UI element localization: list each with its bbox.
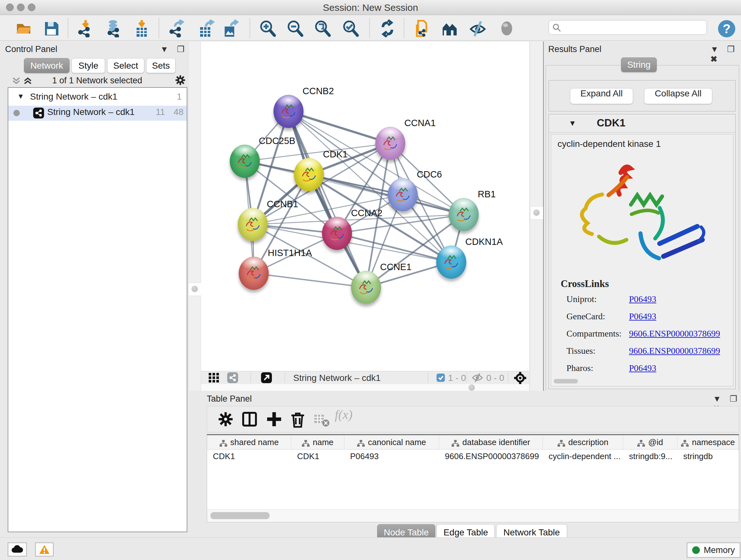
- crosslink-link[interactable]: 9606.ENSP00000378699: [629, 328, 720, 339]
- network-options-gear-icon[interactable]: [175, 75, 186, 85]
- results-hscrollbar[interactable]: [554, 379, 578, 383]
- node-table[interactable]: shared namenamecanonical namedatabase id…: [207, 434, 739, 522]
- table-cell[interactable]: 9606.ENSP00000378699: [439, 449, 543, 463]
- node-CDKN1A[interactable]: [436, 246, 466, 279]
- scrollbar-thumb[interactable]: [210, 512, 270, 519]
- add-column-icon[interactable]: [265, 410, 283, 428]
- tab-sets[interactable]: Sets: [146, 58, 176, 73]
- import-network-icon[interactable]: [77, 19, 94, 37]
- column-header-database-identifier[interactable]: database identifier: [439, 435, 543, 449]
- hide-selected-icon[interactable]: [469, 19, 487, 37]
- selected-checkbox-icon[interactable]: [436, 374, 445, 382]
- table-cell[interactable]: stringdb:9...: [623, 449, 677, 463]
- column-header-namespace[interactable]: namespace: [677, 435, 739, 449]
- edge-HIST1H1A-CCNE1[interactable]: [254, 273, 366, 287]
- export-network-icon[interactable]: [169, 19, 186, 37]
- float-panel-icon[interactable]: ❐: [177, 44, 184, 54]
- network-share-view-icon[interactable]: [227, 372, 238, 383]
- column-header--id[interactable]: @id: [623, 435, 677, 449]
- crosslink-link[interactable]: P06493: [629, 363, 657, 373]
- table-settings-gear-icon[interactable]: [217, 410, 234, 428]
- zoom-in-icon[interactable]: [259, 19, 276, 37]
- show-columns-icon[interactable]: [241, 410, 259, 428]
- collection-expand-icon[interactable]: ▼: [17, 92, 24, 101]
- open-session-icon[interactable]: [14, 19, 32, 37]
- delete-column-icon[interactable]: [289, 410, 307, 428]
- network-row-selected[interactable]: String Network – cdk1 11 48: [8, 106, 187, 121]
- divider-handle[interactable]: [530, 206, 543, 220]
- node-RB1[interactable]: [449, 198, 479, 231]
- edge-CCNB2-CCNA1[interactable]: [288, 111, 390, 143]
- search-input[interactable]: [549, 20, 707, 35]
- crosslink-link[interactable]: 9606.ENSP00000378699: [629, 346, 720, 356]
- node-CDC6[interactable]: [388, 178, 418, 211]
- table-cell[interactable]: CDK1: [291, 449, 344, 463]
- show-all-icon[interactable]: [498, 19, 516, 37]
- grid-view-icon[interactable]: [209, 373, 223, 382]
- zoom-out-icon[interactable]: [286, 19, 304, 37]
- title-bar: Session: New Session: [0, 0, 741, 15]
- save-session-icon[interactable]: [43, 19, 60, 37]
- node-HIST1H1A[interactable]: [239, 257, 269, 290]
- tab-network[interactable]: Network: [24, 58, 70, 73]
- zoom-selected-icon[interactable]: [341, 19, 359, 37]
- table-cell[interactable]: CDK1: [207, 449, 291, 463]
- warning-status-button[interactable]: [35, 543, 54, 557]
- table-cell[interactable]: P06493: [344, 449, 439, 463]
- node-CCNE1[interactable]: [351, 271, 381, 304]
- table-hscrollbar[interactable]: [207, 509, 739, 522]
- network-collection-row[interactable]: ▼ String Network – cdk1 1: [8, 90, 187, 105]
- node-CCNA2[interactable]: [322, 217, 352, 250]
- float-panel-icon[interactable]: ❐: [730, 394, 737, 404]
- detach-view-icon[interactable]: [261, 372, 272, 383]
- table-cell[interactable]: cyclin-dependent ...: [543, 449, 623, 463]
- left-panel-divider[interactable]: [188, 42, 201, 391]
- tab-select[interactable]: Select: [107, 58, 144, 73]
- crosslink-link[interactable]: P06493: [629, 311, 657, 321]
- tab-string[interactable]: String: [621, 57, 657, 72]
- network-canvas[interactable]: CCNB2CCNA1CDC25BCDK1CDC6RB1CCNB1CCNA2CDK…: [201, 42, 529, 371]
- first-neighbors-icon[interactable]: [441, 19, 459, 37]
- close-panel-icon[interactable]: ✖: [711, 54, 718, 64]
- divider-handle[interactable]: [468, 384, 475, 391]
- expand-all-button[interactable]: Expand All: [570, 88, 633, 104]
- edge-layer: [201, 42, 529, 371]
- zoom-fit-icon[interactable]: [313, 19, 331, 37]
- help-button[interactable]: ?: [718, 20, 735, 37]
- divider-handle[interactable]: [188, 283, 202, 296]
- node-CCNB1[interactable]: [238, 208, 268, 241]
- column-header-name[interactable]: name: [291, 435, 344, 449]
- refresh-icon[interactable]: [379, 19, 396, 37]
- cloud-status-button[interactable]: [8, 543, 27, 557]
- node-CCNA1[interactable]: [375, 127, 405, 160]
- table-cell[interactable]: stringdb: [677, 449, 739, 463]
- node-CCNB2[interactable]: [273, 95, 304, 128]
- horizontal-divider[interactable]: [201, 384, 529, 391]
- crosslink-row: Uniprot:P06493: [566, 294, 726, 304]
- column-header-description[interactable]: description: [543, 435, 623, 449]
- export-image-icon[interactable]: [221, 19, 239, 37]
- node-CDK1[interactable]: [294, 158, 324, 191]
- crosslink-link[interactable]: P06493: [629, 294, 657, 304]
- import-database-icon[interactable]: [105, 19, 123, 37]
- panel-menu-icon[interactable]: ▼: [711, 44, 719, 54]
- column-header-canonical-name[interactable]: canonical name: [344, 435, 439, 449]
- function-builder-icon[interactable]: f(x): [335, 407, 370, 425]
- gene-expand-icon[interactable]: ▼: [569, 119, 576, 128]
- delete-table-icon[interactable]: [313, 410, 330, 428]
- pan-crosshair-icon[interactable]: [514, 372, 527, 384]
- right-panel-divider[interactable]: [530, 42, 543, 391]
- panel-menu-icon[interactable]: ▼: [713, 394, 721, 404]
- panel-menu-icon[interactable]: ▼: [160, 44, 169, 54]
- gene-header[interactable]: ▼ CDK1: [549, 114, 735, 132]
- tab-style[interactable]: Style: [71, 58, 105, 73]
- collapse-all-button[interactable]: Collapse All: [644, 88, 712, 104]
- import-table-icon[interactable]: [133, 19, 151, 37]
- copy-document-icon[interactable]: [414, 19, 431, 37]
- float-panel-icon[interactable]: ❐: [727, 44, 734, 54]
- export-table-icon[interactable]: [198, 19, 215, 37]
- column-header-shared-name[interactable]: shared name: [207, 435, 291, 449]
- memory-button[interactable]: Memory: [687, 543, 740, 558]
- edge-CCNB2-CCNE1[interactable]: [288, 111, 366, 287]
- node-CDC25B[interactable]: [230, 145, 260, 178]
